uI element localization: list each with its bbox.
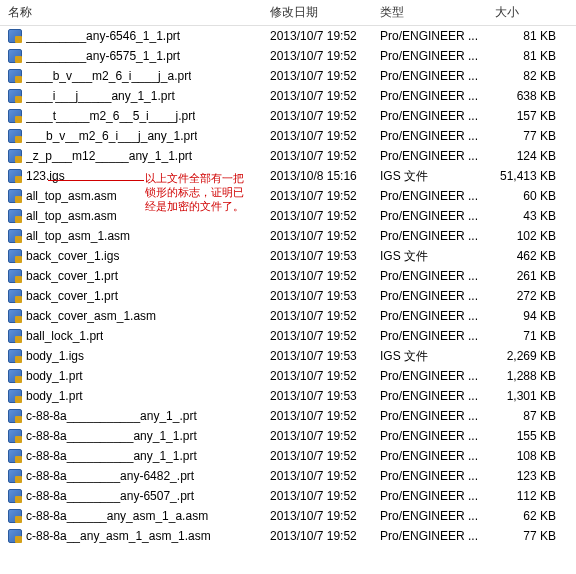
file-name-text: ___b_v__m2_6_i___j_any_1.prt — [26, 129, 197, 143]
file-size-cell: 638 KB — [487, 89, 562, 103]
file-date-cell: 2013/10/7 19:52 — [262, 409, 372, 423]
file-row[interactable]: c-88-8a__________any_1_1.prt2013/10/7 19… — [0, 426, 576, 446]
column-header-size[interactable]: 大小 — [487, 4, 562, 21]
file-type-cell: Pro/ENGINEER ... — [372, 189, 487, 203]
file-row[interactable]: back_cover_1.prt2013/10/7 19:52Pro/ENGIN… — [0, 266, 576, 286]
file-row[interactable]: 123.igs2013/10/8 15:16IGS 文件51,413 KB — [0, 166, 576, 186]
file-type-cell: Pro/ENGINEER ... — [372, 529, 487, 543]
file-name-cell: 123.igs — [0, 169, 262, 183]
locked-file-icon — [8, 349, 22, 363]
file-row[interactable]: back_cover_1.igs2013/10/7 19:53IGS 文件462… — [0, 246, 576, 266]
file-name-text: c-88-8a______any_asm_1_a.asm — [26, 509, 208, 523]
file-name-text: all_top_asm.asm — [26, 189, 117, 203]
locked-file-icon — [8, 249, 22, 263]
file-type-cell: Pro/ENGINEER ... — [372, 329, 487, 343]
file-date-cell: 2013/10/7 19:52 — [262, 269, 372, 283]
file-name-text: ____t_____m2_6__5_i____j.prt — [26, 109, 195, 123]
file-size-cell: 82 KB — [487, 69, 562, 83]
file-name-cell: _________any-6575_1_1.prt — [0, 49, 262, 63]
file-type-cell: Pro/ENGINEER ... — [372, 389, 487, 403]
file-row[interactable]: ____i___j_____any_1_1.prt2013/10/7 19:52… — [0, 86, 576, 106]
locked-file-icon — [8, 89, 22, 103]
file-size-cell: 1,288 KB — [487, 369, 562, 383]
file-list-container: 名称 修改日期 类型 大小 _________any-6546_1_1.prt2… — [0, 0, 576, 546]
file-date-cell: 2013/10/7 19:52 — [262, 329, 372, 343]
file-name-text: ____i___j_____any_1_1.prt — [26, 89, 175, 103]
file-type-cell: Pro/ENGINEER ... — [372, 409, 487, 423]
file-date-cell: 2013/10/7 19:52 — [262, 29, 372, 43]
file-row[interactable]: c-88-8a______any_asm_1_a.asm2013/10/7 19… — [0, 506, 576, 526]
file-row[interactable]: ball_lock_1.prt2013/10/7 19:52Pro/ENGINE… — [0, 326, 576, 346]
file-name-text: body_1.prt — [26, 369, 83, 383]
file-name-text: ____b_v___m2_6_i____j_a.prt — [26, 69, 191, 83]
file-row[interactable]: ____b_v___m2_6_i____j_a.prt2013/10/7 19:… — [0, 66, 576, 86]
file-type-cell: Pro/ENGINEER ... — [372, 149, 487, 163]
file-date-cell: 2013/10/7 19:52 — [262, 109, 372, 123]
locked-file-icon — [8, 189, 22, 203]
file-date-cell: 2013/10/7 19:52 — [262, 189, 372, 203]
file-size-cell: 124 KB — [487, 149, 562, 163]
column-header-name[interactable]: 名称 — [0, 4, 262, 21]
file-row[interactable]: c-88-8a________any-6507_.prt2013/10/7 19… — [0, 486, 576, 506]
file-date-cell: 2013/10/7 19:53 — [262, 349, 372, 363]
file-name-text: _z_p___m12_____any_1_1.prt — [26, 149, 192, 163]
file-name-cell: c-88-8a________any-6507_.prt — [0, 489, 262, 503]
file-type-cell: IGS 文件 — [372, 248, 487, 265]
file-type-cell: Pro/ENGINEER ... — [372, 489, 487, 503]
file-name-cell: _________any-6546_1_1.prt — [0, 29, 262, 43]
file-name-text: c-88-8a________any-6507_.prt — [26, 489, 194, 503]
file-row[interactable]: all_top_asm.asm2013/10/7 19:52Pro/ENGINE… — [0, 206, 576, 226]
file-name-cell: all_top_asm.asm — [0, 209, 262, 223]
file-row[interactable]: body_1.prt2013/10/7 19:52Pro/ENGINEER ..… — [0, 366, 576, 386]
locked-file-icon — [8, 429, 22, 443]
file-size-cell: 157 KB — [487, 109, 562, 123]
file-row[interactable]: back_cover_asm_1.asm2013/10/7 19:52Pro/E… — [0, 306, 576, 326]
file-row[interactable]: body_1.prt2013/10/7 19:53Pro/ENGINEER ..… — [0, 386, 576, 406]
file-date-cell: 2013/10/7 19:53 — [262, 249, 372, 263]
file-row[interactable]: body_1.igs2013/10/7 19:53IGS 文件2,269 KB — [0, 346, 576, 366]
file-size-cell: 87 KB — [487, 409, 562, 423]
file-name-cell: back_cover_asm_1.asm — [0, 309, 262, 323]
file-row[interactable]: _z_p___m12_____any_1_1.prt2013/10/7 19:5… — [0, 146, 576, 166]
file-name-text: c-88-8a__________any_1_1.prt — [26, 449, 197, 463]
file-date-cell: 2013/10/7 19:52 — [262, 489, 372, 503]
file-type-cell: Pro/ENGINEER ... — [372, 49, 487, 63]
file-type-cell: Pro/ENGINEER ... — [372, 449, 487, 463]
file-size-cell: 62 KB — [487, 509, 562, 523]
file-row[interactable]: all_top_asm_1.asm2013/10/7 19:52Pro/ENGI… — [0, 226, 576, 246]
file-row[interactable]: ____t_____m2_6__5_i____j.prt2013/10/7 19… — [0, 106, 576, 126]
file-size-cell: 77 KB — [487, 129, 562, 143]
file-row[interactable]: _________any-6546_1_1.prt2013/10/7 19:52… — [0, 26, 576, 46]
file-date-cell: 2013/10/7 19:52 — [262, 509, 372, 523]
column-header-type[interactable]: 类型 — [372, 4, 487, 21]
file-row[interactable]: back_cover_1.prt2013/10/7 19:53Pro/ENGIN… — [0, 286, 576, 306]
locked-file-icon — [8, 509, 22, 523]
file-row[interactable]: c-88-8a________any-6482_.prt2013/10/7 19… — [0, 466, 576, 486]
file-name-cell: c-88-8a__any_asm_1_asm_1.asm — [0, 529, 262, 543]
file-name-cell: c-88-8a__________any_1_1.prt — [0, 429, 262, 443]
file-type-cell: Pro/ENGINEER ... — [372, 89, 487, 103]
file-size-cell: 71 KB — [487, 329, 562, 343]
file-row[interactable]: c-88-8a___________any_1_.prt2013/10/7 19… — [0, 406, 576, 426]
file-row[interactable]: c-88-8a__________any_1_1.prt2013/10/7 19… — [0, 446, 576, 466]
file-size-cell: 155 KB — [487, 429, 562, 443]
file-row[interactable]: all_top_asm.asm2013/10/7 19:52Pro/ENGINE… — [0, 186, 576, 206]
file-row[interactable]: _________any-6575_1_1.prt2013/10/7 19:52… — [0, 46, 576, 66]
file-name-cell: c-88-8a__________any_1_1.prt — [0, 449, 262, 463]
file-name-text: back_cover_1.prt — [26, 269, 118, 283]
file-name-cell: body_1.prt — [0, 369, 262, 383]
file-date-cell: 2013/10/7 19:52 — [262, 449, 372, 463]
file-size-cell: 261 KB — [487, 269, 562, 283]
file-name-cell: c-88-8a________any-6482_.prt — [0, 469, 262, 483]
file-size-cell: 43 KB — [487, 209, 562, 223]
file-row[interactable]: ___b_v__m2_6_i___j_any_1.prt2013/10/7 19… — [0, 126, 576, 146]
file-type-cell: Pro/ENGINEER ... — [372, 469, 487, 483]
file-row[interactable]: c-88-8a__any_asm_1_asm_1.asm2013/10/7 19… — [0, 526, 576, 546]
file-size-cell: 272 KB — [487, 289, 562, 303]
locked-file-icon — [8, 149, 22, 163]
file-name-text: body_1.igs — [26, 349, 84, 363]
file-date-cell: 2013/10/7 19:52 — [262, 69, 372, 83]
file-name-text: all_top_asm_1.asm — [26, 229, 130, 243]
column-header-date[interactable]: 修改日期 — [262, 4, 372, 21]
file-type-cell: Pro/ENGINEER ... — [372, 109, 487, 123]
